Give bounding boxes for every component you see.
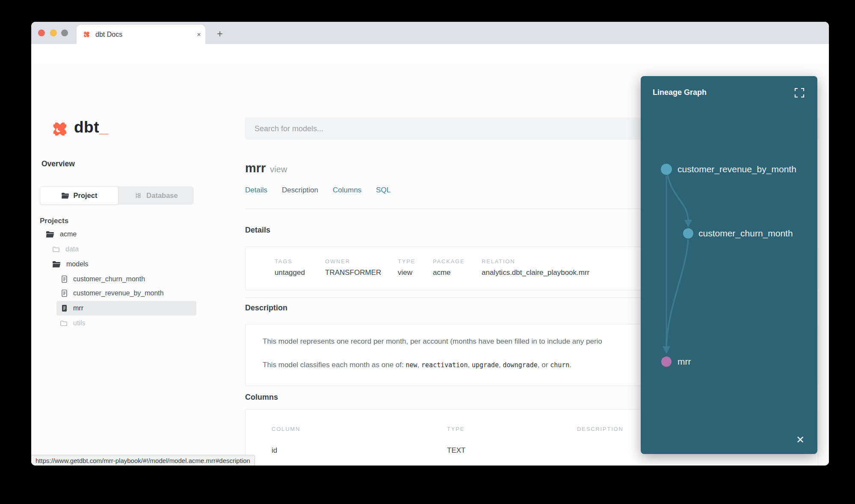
folder-icon [52,246,60,253]
detail-label: OWNER [325,258,381,265]
folder-open-icon [46,231,54,238]
detail-label: RELATION [482,258,589,265]
column-header: DESCRIPTION [577,426,624,432]
tab-title: dbt Docs [95,25,122,44]
detail-value-tags: untagged [275,268,305,277]
sidebar-item-data[interactable]: data [52,242,79,256]
nav-description[interactable]: Description [282,186,318,195]
document-icon [61,275,68,283]
detail-label: TAGS [275,258,305,265]
table-row-cell[interactable]: id [272,446,277,455]
description-heading: Description [245,304,287,312]
window-zoom-button[interactable] [61,29,68,36]
tab-close-icon[interactable]: ✕ [195,30,203,39]
columns-heading: Columns [245,393,278,402]
sidebar-item-customer-churn-month[interactable]: customer_churn_month [61,272,145,286]
browser-tab[interactable]: dbt Docs ✕ [77,25,205,44]
folder-open-icon [52,261,61,268]
tab-database[interactable]: Database [118,186,194,205]
lineage-graph-panel: Lineage Graph customer_revenue_by_month … [641,76,817,454]
projects-heading: Projects [40,217,68,225]
code-span: new [406,361,417,369]
tab-strip: dbt Docs ✕ + [31,22,829,44]
detail-value-type: view [398,268,415,277]
logo-cursor: _ [99,118,108,136]
window-minimize-button[interactable] [50,29,57,36]
source-toggle: Project Database [40,186,194,205]
detail-value-package: acme [433,268,465,277]
description-paragraph: This model represents one record per mon… [263,337,602,346]
sidebar-item-utils[interactable]: utils [60,316,85,330]
window-close-button[interactable] [38,29,45,36]
detail-value-relation: analytics.dbt_claire_playbook.mrr [482,268,589,277]
code-span: upgrade [472,361,499,369]
tab-project[interactable]: Project [40,186,118,205]
lineage-node-customer-churn-month[interactable] [683,228,693,239]
code-span: downgrade [503,361,538,369]
browser-window: dbt Docs ✕ + getdbt.com/mrr-playbook/#!/… [31,22,829,466]
sidebar-item-acme[interactable]: acme [46,227,77,242]
model-nav: Details Description Columns SQL [245,186,391,195]
detail-label: PACKAGE [433,258,465,265]
detail-label: TYPE [398,258,415,265]
tab-project-label: Project [74,192,98,200]
tab-database-label: Database [146,192,178,200]
new-tab-button[interactable]: + [214,29,225,40]
column-header: COLUMN [272,426,300,432]
table-row-cell: TEXT [447,446,465,455]
column-header: TYPE [447,426,464,432]
details-heading: Details [245,226,270,235]
detail-value-owner: TRANSFORMER [325,268,381,277]
app-logo-text[interactable]: dbt_ [74,118,108,136]
nav-sql[interactable]: SQL [376,186,391,195]
code-span: churn [550,361,569,369]
document-icon [61,289,68,298]
folder-open-icon [61,192,69,199]
lineage-node-label[interactable]: customer_revenue_by_month [677,164,796,174]
lineage-node-customer-revenue-by-month[interactable] [661,164,672,175]
lineage-node-mrr[interactable] [661,357,672,367]
sidebar-item-mrr[interactable]: mrr [61,301,83,315]
page-title: mrrview [245,161,287,175]
close-icon[interactable]: ✕ [791,431,809,449]
overview-heading: Overview [41,159,75,168]
nav-columns[interactable]: Columns [333,186,361,195]
lineage-node-label[interactable]: customer_churn_month [698,228,793,239]
sidebar-item-customer-revenue-by-month[interactable]: customer_revenue_by_month [61,286,164,301]
document-filled-icon [61,304,68,312]
screen: dbt Docs ✕ + getdbt.com/mrr-playbook/#!/… [0,0,855,504]
status-url-tooltip: https://www.getdbt.com/mrr-playbook/#!/m… [31,455,255,466]
nav-details[interactable]: Details [245,186,267,195]
sidebar-item-models[interactable]: models [52,257,89,271]
dbt-logo-icon[interactable] [49,118,71,140]
tree-icon [134,192,142,200]
dbt-favicon-icon [82,30,91,39]
folder-icon [60,320,68,327]
browser-toolbar: getdbt.com/mrr-playbook/#!/model/model.a… [31,44,829,63]
code-span: reactivation [421,361,467,369]
description-paragraph: This model classifies each month as one … [263,361,571,369]
lineage-node-label[interactable]: mrr [677,357,691,367]
materialization-badge: view [270,165,287,174]
lineage-edges [641,76,817,454]
